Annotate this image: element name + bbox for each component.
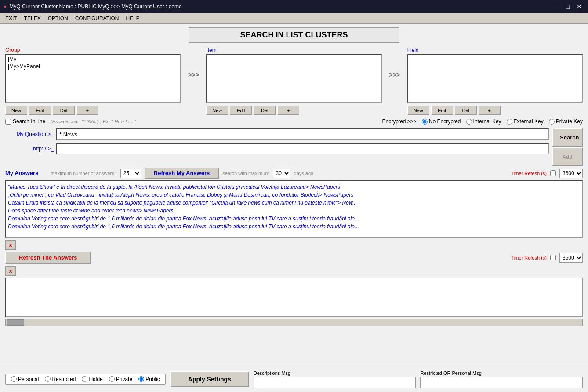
search-inline-text: Search InLine [13,118,45,125]
public-radio-label[interactable]: Public [138,376,160,382]
external-key-radio[interactable] [507,119,512,125]
private-key-text: Private Key [556,118,583,125]
private-radio[interactable] [109,376,115,382]
personal-text: Personal [18,376,39,382]
restricted-radio-label[interactable]: Restricted [45,376,76,382]
restricted-radio[interactable] [45,376,51,382]
answers-listbox-2[interactable] [5,278,583,317]
plus-btn-3[interactable]: + [479,106,501,115]
group-column: Group |My |My>MyPanel [5,47,181,103]
edit-btn-1[interactable]: Edit [29,106,51,115]
menubar: EXIT TELEX OPTION CONFIGURATION HELP [0,13,588,24]
del-btn-1[interactable]: Del [53,106,75,115]
answer-item-1[interactable]: „Ochii pe mine!", cu Vlad Craioveanu - i… [8,191,580,199]
timer-value-select-2[interactable]: 36001800900 [559,253,583,263]
add-button[interactable]: Add [552,147,583,166]
window-controls: ─ □ ✕ [552,2,584,11]
hidde-radio[interactable] [82,376,87,382]
group-listbox[interactable]: |My |My>MyPanel [5,54,181,103]
del-btn-2[interactable]: Del [254,106,276,115]
bottom-radio-group: Personal Restricted Hidde Private Public [5,374,166,385]
hidde-radio-label[interactable]: Hidde [82,376,102,382]
menu-help[interactable]: HELP [122,15,143,22]
item-label: Item [206,47,381,53]
max-answers-select[interactable]: 251050100 [120,169,141,178]
url-input[interactable] [56,143,549,154]
private-key-radio-label[interactable]: Private Key [549,118,583,125]
page-title-container: SEARCH IN LIST CLUSTERS [5,27,583,43]
private-radio-label[interactable]: Private [109,376,132,382]
desc-msg-group: Descriptions Msg [254,370,416,388]
search-inline-label[interactable]: Search InLine [5,118,45,125]
btn-group-1: New Edit Del + [5,106,181,115]
search-inline-checkbox[interactable] [5,119,11,125]
no-encrypted-radio[interactable] [422,119,428,125]
refresh-answers-row: Refresh The Answers Timer Refesh (s) 360… [5,252,583,264]
menu-configuration[interactable]: CONFIGURATION [72,15,123,22]
group-item-0[interactable]: |My [7,56,179,63]
title-text: MyQ Current Cluster Name : PUBLIC MyQ >>… [9,4,181,10]
plus-btn-1[interactable]: + [76,106,98,115]
btn-group-3: New Edit Del + [407,106,583,115]
menu-telex[interactable]: TELEX [21,15,44,22]
new-btn-3[interactable]: New [407,106,429,115]
internal-key-radio[interactable] [466,119,472,125]
days-select[interactable]: 3071460 [273,169,290,178]
del-btn-3[interactable]: Del [455,106,477,115]
minimize-button[interactable]: ─ [552,2,562,11]
timer-checkbox-2[interactable] [550,255,556,260]
field-label: Field [407,47,583,53]
timer-checkbox-1[interactable] [550,170,556,176]
refresh-answers-btn[interactable]: Refresh The Answers [5,252,91,264]
public-radio[interactable] [138,376,144,382]
menu-option[interactable]: OPTION [44,15,72,22]
desc-msg-input[interactable] [254,377,416,388]
personal-radio-label[interactable]: Personal [11,376,39,382]
field-listbox[interactable] [407,54,583,103]
private-key-radio[interactable] [549,119,555,125]
edit-btn-3[interactable]: Edit [431,106,453,115]
edit-btn-2[interactable]: Edit [230,106,252,115]
new-btn-2[interactable]: New [206,106,228,115]
group-item-1[interactable]: |My>MyPanel [7,63,179,70]
maximize-button[interactable]: □ [563,2,572,11]
search-button[interactable]: Search [552,128,583,147]
restricted-msg-input[interactable] [420,377,583,388]
answer-item-3[interactable]: Does space affect the taste of wine and … [8,207,580,215]
desc-msg-label: Descriptions Msg [254,370,416,376]
x-button-2[interactable]: x [5,266,16,276]
restricted-msg-group: Restricted OR Personal Msg [420,370,583,388]
horizontal-scrollbar[interactable] [5,319,583,326]
my-question-row: My Question >_ [5,128,549,140]
answer-item-0[interactable]: "Marius Tucă Show" e în direct diseară d… [8,183,580,191]
restricted-msg-label: Restricted OR Personal Msg [420,370,583,376]
url-row: http:// >_ [5,143,549,154]
my-question-input[interactable] [56,128,549,140]
main-content: SEARCH IN LIST CLUSTERS Group |My |My>My… [0,24,588,392]
max-answers-label: maximum number of answers : [51,171,116,176]
internal-key-radio-label[interactable]: Internal Key [466,118,501,125]
personal-radio[interactable] [11,376,17,382]
three-col-section: Group |My |My>MyPanel >>> Item >>> Field [5,47,583,103]
answer-item-2[interactable]: Catalin Drula insista ca sindicatul de l… [8,199,580,207]
http-label: http:// >_ [5,146,54,152]
answers-listbox[interactable]: "Marius Tucă Show" e în direct diseară d… [5,180,583,238]
no-encrypted-radio-label[interactable]: No Encrypted [422,118,461,125]
menu-exit[interactable]: EXIT [2,15,21,22]
answer-item-4[interactable]: Dominion Voting care cere despăgubiri de… [8,215,580,223]
btn-row-1: New Edit Del + New Edit Del + New Edit D… [5,106,583,115]
apply-settings-button[interactable]: Apply Settings [170,371,249,387]
external-key-radio-label[interactable]: External Key [507,118,544,125]
page-title: SEARCH IN LIST CLUSTERS [189,27,399,43]
close-button[interactable]: ✕ [574,2,584,11]
scroll-thumb[interactable] [7,319,24,326]
plus-btn-2[interactable]: + [277,106,299,115]
refresh-my-answers-btn[interactable]: Refresh My Answers [145,168,219,179]
app-icon: ● [4,4,7,10]
item-listbox[interactable] [206,54,381,103]
new-btn-1[interactable]: New [5,106,27,115]
restricted-text: Restricted [52,376,76,382]
x-button-1[interactable]: x [5,240,16,250]
timer-value-select-1[interactable]: 36001800900 [559,169,583,178]
answer-item-5[interactable]: Dominion Voting care cere despăgubiri de… [8,223,580,231]
